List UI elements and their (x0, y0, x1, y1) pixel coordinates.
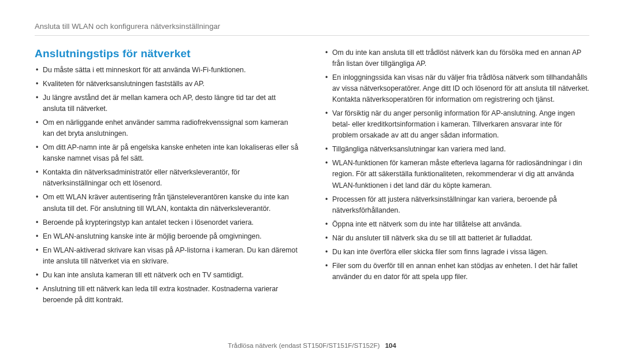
list-item: Kontakta din nätverksadministratör eller… (35, 167, 300, 189)
left-column: Anslutningstips för nätverket Du måste s… (35, 47, 300, 309)
section-title: Anslutningstips för nätverket (35, 47, 300, 60)
list-item: Processen för att justera nätverksinstäl… (324, 194, 589, 216)
page: Ansluta till WLAN och konfigurera nätver… (0, 0, 624, 364)
list-item: Filer som du överför till en annan enhet… (324, 261, 589, 283)
page-number: 104 (385, 342, 396, 349)
list-item: Om ditt AP-namn inte är på engelska kans… (35, 142, 300, 164)
list-item: Om du inte kan ansluta till ett trådlöst… (324, 47, 589, 69)
list-item: En WLAN-anslutning kanske inte är möjlig… (35, 231, 300, 242)
divider (35, 35, 589, 36)
list-item: Du måste sätta i ett minneskort för att … (35, 65, 300, 76)
list-item: En inloggningssida kan visas när du välj… (324, 72, 589, 105)
list-item: Var försiktig när du anger personlig inf… (324, 108, 589, 141)
list-item: Anslutning till ett nätverk kan leda til… (35, 284, 300, 306)
page-footer: Trådlösa nätverk (endast ST150F/ST151F/S… (0, 342, 624, 349)
footer-text: Trådlösa nätverk (endast ST150F/ST151F/S… (228, 342, 380, 349)
list-item: WLAN-funktionen för kameran måste efterl… (324, 158, 589, 191)
list-item: Kvaliteten för nätverksanslutningen fast… (35, 79, 300, 90)
list-item: Beroende på krypteringstyp kan antalet t… (35, 217, 300, 228)
list-item: När du ansluter till nätverk ska du se t… (324, 233, 589, 244)
breadcrumb: Ansluta till WLAN och konfigurera nätver… (35, 22, 589, 31)
list-item: Om ett WLAN kräver autentisering från tj… (35, 192, 300, 214)
list-item: Ju längre avstånd det är mellan kamera o… (35, 92, 300, 114)
body-columns: Anslutningstips för nätverket Du måste s… (35, 47, 589, 309)
list-item: Du kan inte överföra eller skicka filer … (324, 247, 589, 258)
list-item: Om en närliggande enhet använder samma r… (35, 117, 300, 139)
right-column: Om du inte kan ansluta till ett trådlöst… (324, 47, 589, 309)
list-item: Öppna inte ett nätverk som du inte har t… (324, 219, 589, 230)
list-item: En WLAN-aktiverad skrivare kan visas på … (35, 245, 300, 267)
left-bullet-list: Du måste sätta i ett minneskort för att … (35, 65, 300, 306)
list-item: Tillgängliga nätverksanslutningar kan va… (324, 144, 589, 155)
right-bullet-list: Om du inte kan ansluta till ett trådlöst… (324, 47, 589, 283)
list-item: Du kan inte ansluta kameran till ett nät… (35, 270, 300, 281)
